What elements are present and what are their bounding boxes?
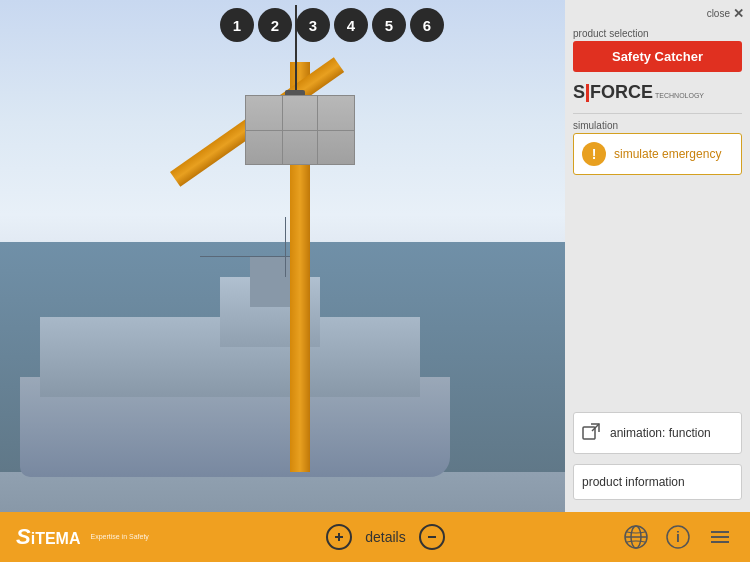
info-button[interactable]: i (664, 523, 692, 551)
siforce-s: S (573, 82, 585, 103)
sitema-subtitle: Expertise in Safety (90, 533, 148, 541)
language-button[interactable] (622, 523, 650, 551)
warning-symbol: ! (592, 146, 597, 162)
siforce-force: FORCE (590, 82, 653, 103)
sitema-logo: SiTEMA Expertise in Safety (16, 524, 149, 550)
num-btn-4[interactable]: 4 (334, 8, 368, 42)
details-label: details (365, 529, 405, 545)
num-btn-6[interactable]: 6 (410, 8, 444, 42)
simulate-emergency-label: simulate emergency (614, 147, 721, 161)
menu-button[interactable] (706, 523, 734, 551)
close-label: close (707, 8, 730, 19)
product-information-label: product information (582, 475, 685, 489)
simulate-emergency-button[interactable]: ! simulate emergency (573, 133, 742, 175)
number-buttons: 1 2 3 4 5 6 (220, 8, 444, 42)
mast-line (285, 217, 286, 277)
app-container: 1 2 3 4 5 6 close ✕ product selection Sa… (0, 0, 750, 562)
safety-catcher-button[interactable]: Safety Catcher (573, 41, 742, 72)
simulation-label: simulation (573, 120, 742, 131)
siforce-bar (586, 84, 589, 102)
toolbar-center: details (325, 523, 445, 551)
container-v-line1 (282, 96, 283, 164)
sitema-expertise: Expertise in Safety (90, 533, 148, 541)
product-selection-label: product selection (573, 28, 742, 39)
siforce-logo: S FORCE TECHNOLOGY (573, 78, 742, 107)
right-panel: close ✕ product selection Safety Catcher… (565, 0, 750, 512)
bottom-toolbar: SiTEMA Expertise in Safety details (0, 512, 750, 562)
container-lines (246, 96, 354, 164)
spacer (573, 181, 742, 406)
num-btn-1[interactable]: 1 (220, 8, 254, 42)
animation-function-label: animation: function (610, 426, 711, 440)
num-btn-2[interactable]: 2 (258, 8, 292, 42)
product-information-button[interactable]: product information (573, 464, 742, 500)
container-h-line (246, 130, 354, 131)
divider-1 (573, 113, 742, 114)
content-area: 1 2 3 4 5 6 close ✕ product selection Sa… (0, 0, 750, 512)
product-selection-section: product selection Safety Catcher (573, 28, 742, 72)
zoom-in-button[interactable] (325, 523, 353, 551)
ship-tower (250, 257, 290, 307)
animation-function-button[interactable]: animation: function (573, 412, 742, 454)
toolbar-right: i (622, 523, 734, 551)
num-btn-5[interactable]: 5 (372, 8, 406, 42)
sitema-logo-mark: SiTEMA (16, 524, 80, 550)
close-button[interactable]: close ✕ (707, 6, 744, 21)
warning-icon: ! (582, 142, 606, 166)
sitema-itema: iTEMA (31, 530, 81, 547)
simulation-section: simulation ! simulate emergency (573, 120, 742, 175)
ship (20, 277, 450, 477)
animation-icon (582, 423, 602, 443)
num-btn-3[interactable]: 3 (296, 8, 330, 42)
mast-cable (200, 256, 290, 257)
viewport: 1 2 3 4 5 6 (0, 0, 565, 512)
siforce-tech: TECHNOLOGY (655, 92, 704, 99)
container-box (245, 95, 355, 165)
svg-text:i: i (676, 529, 680, 545)
close-icon: ✕ (733, 6, 744, 21)
sitema-s: S (16, 524, 31, 549)
zoom-out-button[interactable] (418, 523, 446, 551)
